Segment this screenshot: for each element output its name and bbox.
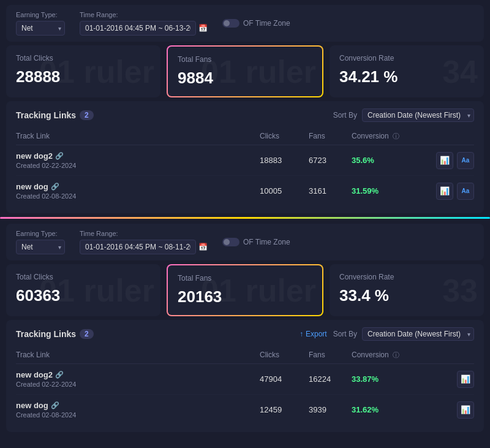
sort-by-select-wrapper-2[interactable]: Creation Date (Newest First): [362, 327, 474, 341]
time-range-label-1: Time Range:: [80, 11, 208, 18]
col-tracklink-1: Track Link: [16, 132, 260, 141]
tracking-section-2: Tracking Links 2 ↑ Export Sort By Creati…: [6, 320, 484, 432]
link-cell-1-1: new dog2 🔗 Created 02-22-2024: [16, 151, 260, 169]
clicks-1-2: 10005: [260, 186, 309, 196]
timezone-label-2: OF Time Zone: [243, 238, 290, 246]
fans-1-1: 6723: [309, 156, 352, 165]
col-actions-1: [425, 132, 474, 141]
time-range-input-2[interactable]: [80, 240, 196, 254]
earning-type-select-2[interactable]: Net: [16, 240, 65, 254]
col-actions-2: [425, 351, 474, 360]
total-fans-label-2: Total Fans: [178, 274, 312, 283]
action-btns-1-1: 📊 Aa: [425, 152, 474, 169]
total-fans-card-2: Total Fans 20163 01 ruler: [167, 264, 323, 316]
link-name-1-2: new dog 🔗: [16, 182, 260, 191]
conversion-rate-card-2: Conversion Rate 33.4 % 33: [330, 264, 484, 316]
col-clicks-1: Clicks: [260, 132, 309, 141]
table-header-1: Track Link Clicks Fans Conversion ⓘ: [16, 128, 474, 145]
link-cell-1-2: new dog 🔗 Created 02-08-2024: [16, 182, 260, 200]
export-icon-2: ↑: [300, 330, 303, 338]
sort-by-select-wrapper-1[interactable]: Creation Date (Newest First): [362, 108, 474, 122]
total-fans-card-1: Total Fans 9884 01 ruler: [167, 45, 323, 97]
total-clicks-card-2: Total Clicks 60363 01 ruler: [6, 264, 160, 316]
time-range-group-1: Time Range: 📅: [80, 11, 208, 36]
time-range-input-wrapper-1: 📅: [80, 21, 208, 36]
tracking-actions-2: ↑ Export Sort By Creation Date (Newest F…: [300, 327, 474, 341]
link-name-2-1: new dog2 🔗: [16, 370, 260, 379]
clicks-2-1: 47904: [260, 374, 309, 384]
link-icon-1-1: 🔗: [55, 152, 64, 160]
link-created-2-2: Created 02-08-2024: [16, 411, 260, 419]
col-fans-2: Fans: [309, 351, 352, 360]
stats-row-2: Total Clicks 60363 01 ruler Total Fans 2…: [6, 264, 484, 316]
earning-type-select-wrapper-1[interactable]: Net: [16, 21, 65, 36]
time-range-group-2: Time Range: 📅: [80, 230, 208, 254]
tracking-count-1: 2: [80, 110, 94, 120]
clicks-1-1: 18883: [260, 156, 309, 165]
earning-type-group-2: Earning Type: Net: [16, 230, 65, 254]
total-clicks-card-1: Total Clicks 28888 01 ruler: [6, 45, 160, 97]
section-divider: [0, 217, 490, 219]
timezone-toggle-btn-1[interactable]: [222, 19, 239, 28]
timezone-toggle-btn-2[interactable]: [222, 238, 239, 246]
table-header-2: Track Link Clicks Fans Conversion ⓘ: [16, 347, 474, 364]
earning-type-select-1[interactable]: Net: [16, 21, 65, 36]
time-range-input-wrapper-2: 📅: [80, 240, 208, 254]
table-row: new dog 🔗 Created 02-08-2024 12459 3939 …: [16, 395, 474, 425]
table-row: new dog2 🔗 Created 02-22-2024 47904 1622…: [16, 364, 474, 395]
conversion-rate-card-1: Conversion Rate 34.21 % 34: [330, 45, 484, 97]
sort-by-group-2: Sort By Creation Date (Newest First): [333, 327, 474, 341]
earning-type-select-wrapper-2[interactable]: Net: [16, 240, 65, 254]
total-fans-value-1: 9884: [178, 69, 312, 88]
col-conversion-2: Conversion ⓘ: [352, 351, 425, 360]
link-icon-1-2: 🔗: [51, 183, 59, 191]
fans-2-1: 16224: [309, 374, 352, 384]
sort-by-select-2[interactable]: Creation Date (Newest First): [362, 327, 474, 341]
text-btn-1-1[interactable]: Aa: [457, 152, 474, 169]
conversion-2-1: 33.87%: [352, 374, 425, 384]
total-clicks-value-1: 28888: [16, 67, 151, 86]
col-fans-1: Fans: [309, 132, 352, 141]
table-row: new dog2 🔗 Created 02-22-2024 18883 6723…: [16, 145, 474, 176]
fans-2-2: 3939: [309, 405, 352, 414]
calendar-icon-2: 📅: [198, 243, 208, 251]
stats-row-1: Total Clicks 28888 01 ruler Total Fans 9…: [6, 45, 484, 97]
clicks-2-2: 12459: [260, 405, 309, 414]
total-clicks-label-1: Total Clicks: [16, 54, 151, 63]
link-created-1-1: Created 02-22-2024: [16, 162, 260, 169]
timezone-toggle-2: OF Time Zone: [222, 238, 290, 246]
fans-1-2: 3161: [309, 186, 352, 196]
earning-type-label-2: Earning Type:: [16, 230, 65, 237]
sort-by-select-1[interactable]: Creation Date (Newest First): [362, 108, 474, 122]
conversion-2-2: 31.62%: [352, 405, 425, 414]
tracking-header-2: Tracking Links 2 ↑ Export Sort By Creati…: [16, 327, 474, 341]
tracking-count-2: 2: [80, 329, 94, 339]
tracking-title-text-1: Tracking Links: [16, 110, 76, 120]
bar-chart-btn-1-2[interactable]: 📊: [436, 183, 453, 200]
earning-type-group-1: Earning Type: Net: [16, 11, 65, 36]
link-cell-2-2: new dog 🔗 Created 02-08-2024: [16, 401, 260, 419]
total-clicks-value-2: 60363: [16, 286, 151, 305]
conversion-rate-value-2: 33.4 %: [339, 286, 474, 305]
action-btns-2-2: 📊: [425, 401, 474, 419]
sort-by-label-1: Sort By: [333, 111, 357, 120]
bar-chart-btn-1-1[interactable]: 📊: [436, 152, 453, 169]
action-btns-1-2: 📊 Aa: [425, 183, 474, 200]
text-btn-1-2[interactable]: Aa: [457, 183, 474, 200]
time-range-label-2: Time Range:: [80, 230, 208, 237]
tracking-title-1: Tracking Links 2: [16, 110, 94, 120]
conversion-info-icon-2: ⓘ: [393, 351, 399, 359]
sort-by-group-1: Sort By Creation Date (Newest First): [333, 108, 474, 122]
time-range-input-1[interactable]: [80, 21, 196, 36]
tracking-title-2: Tracking Links 2: [16, 329, 94, 339]
link-name-2-2: new dog 🔗: [16, 401, 260, 410]
tracking-header-1: Tracking Links 2 Sort By Creation Date (…: [16, 108, 474, 122]
col-conversion-1: Conversion ⓘ: [352, 132, 425, 141]
earning-type-label-1: Earning Type:: [16, 11, 65, 18]
bar-chart-btn-2-2[interactable]: 📊: [457, 401, 474, 419]
export-button-2[interactable]: ↑ Export: [300, 330, 327, 338]
conversion-rate-label-2: Conversion Rate: [339, 273, 474, 281]
bar-chart-btn-2-1[interactable]: 📊: [457, 371, 474, 388]
link-created-1-2: Created 02-08-2024: [16, 192, 260, 200]
sort-by-label-2: Sort By: [333, 330, 357, 338]
